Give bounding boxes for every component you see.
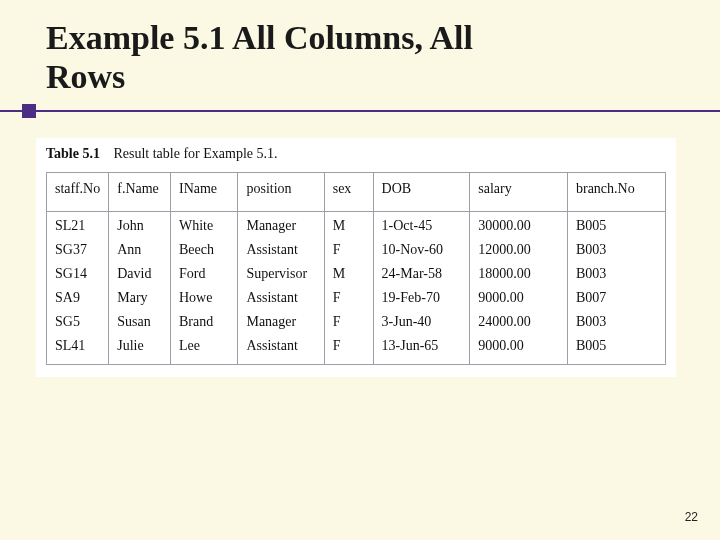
cell-lname: Ford (170, 260, 237, 284)
table-container: Table 5.1 Result table for Example 5.1. … (36, 138, 676, 377)
cell-dob: 19-Feb-70 (373, 284, 470, 308)
cell-dob: 1-Oct-45 (373, 212, 470, 237)
col-header-branchno: branch.No (567, 173, 665, 212)
cell-fname: Julie (109, 332, 171, 365)
page-number: 22 (685, 510, 698, 524)
cell-salary: 9000.00 (470, 284, 568, 308)
cell-lname: Beech (170, 236, 237, 260)
col-header-sex: sex (324, 173, 373, 212)
cell-salary: 12000.00 (470, 236, 568, 260)
cell-fname: John (109, 212, 171, 237)
cell-salary: 9000.00 (470, 332, 568, 365)
col-header-salary: salary (470, 173, 568, 212)
cell-lname: Howe (170, 284, 237, 308)
title-line-1: Example 5.1 All Columns, All (46, 19, 473, 56)
table-caption: Table 5.1 Result table for Example 5.1. (46, 146, 666, 162)
cell-branchno: B007 (567, 284, 665, 308)
cell-dob: 24-Mar-58 (373, 260, 470, 284)
title-line-2: Rows (46, 58, 125, 95)
cell-salary: 30000.00 (470, 212, 568, 237)
slide: Example 5.1 All Columns, All Rows Table … (0, 0, 720, 540)
col-header-fname: f.Name (109, 173, 171, 212)
cell-position: Supervisor (238, 260, 324, 284)
table-row: SA9 Mary Howe Assistant F 19-Feb-70 9000… (47, 284, 666, 308)
cell-sex: F (324, 332, 373, 365)
cell-dob: 13-Jun-65 (373, 332, 470, 365)
title-rule (0, 104, 720, 118)
cell-branchno: B003 (567, 236, 665, 260)
rule-line (0, 110, 720, 112)
table-row: SG5 Susan Brand Manager F 3-Jun-40 24000… (47, 308, 666, 332)
cell-dob: 10-Nov-60 (373, 236, 470, 260)
cell-branchno: B005 (567, 332, 665, 365)
caption-number: Table 5.1 (46, 146, 100, 161)
cell-position: Assistant (238, 284, 324, 308)
cell-salary: 18000.00 (470, 260, 568, 284)
cell-position: Assistant (238, 236, 324, 260)
cell-fname: Mary (109, 284, 171, 308)
cell-staffno: SG37 (47, 236, 109, 260)
col-header-lname: IName (170, 173, 237, 212)
cell-fname: David (109, 260, 171, 284)
cell-branchno: B003 (567, 308, 665, 332)
cell-staffno: SA9 (47, 284, 109, 308)
cell-branchno: B005 (567, 212, 665, 237)
cell-branchno: B003 (567, 260, 665, 284)
cell-fname: Susan (109, 308, 171, 332)
cell-sex: M (324, 212, 373, 237)
col-header-staffno: staff.No (47, 173, 109, 212)
table-row: SL41 Julie Lee Assistant F 13-Jun-65 900… (47, 332, 666, 365)
cell-lname: White (170, 212, 237, 237)
cell-fname: Ann (109, 236, 171, 260)
cell-position: Manager (238, 212, 324, 237)
cell-staffno: SG5 (47, 308, 109, 332)
caption-text: Result table for Example 5.1. (113, 146, 277, 161)
result-table: staff.No f.Name IName position sex DOB s… (46, 172, 666, 365)
cell-lname: Lee (170, 332, 237, 365)
cell-staffno: SL21 (47, 212, 109, 237)
table-header-row: staff.No f.Name IName position sex DOB s… (47, 173, 666, 212)
table-row: SG14 David Ford Supervisor M 24-Mar-58 1… (47, 260, 666, 284)
cell-staffno: SG14 (47, 260, 109, 284)
cell-dob: 3-Jun-40 (373, 308, 470, 332)
col-header-dob: DOB (373, 173, 470, 212)
cell-staffno: SL41 (47, 332, 109, 365)
cell-position: Assistant (238, 332, 324, 365)
cell-lname: Brand (170, 308, 237, 332)
cell-sex: M (324, 260, 373, 284)
cell-position: Manager (238, 308, 324, 332)
col-header-position: position (238, 173, 324, 212)
cell-sex: F (324, 308, 373, 332)
page-title: Example 5.1 All Columns, All Rows (40, 18, 692, 96)
cell-salary: 24000.00 (470, 308, 568, 332)
cell-sex: F (324, 236, 373, 260)
table-row: SL21 John White Manager M 1-Oct-45 30000… (47, 212, 666, 237)
cell-sex: F (324, 284, 373, 308)
table-row: SG37 Ann Beech Assistant F 10-Nov-60 120… (47, 236, 666, 260)
